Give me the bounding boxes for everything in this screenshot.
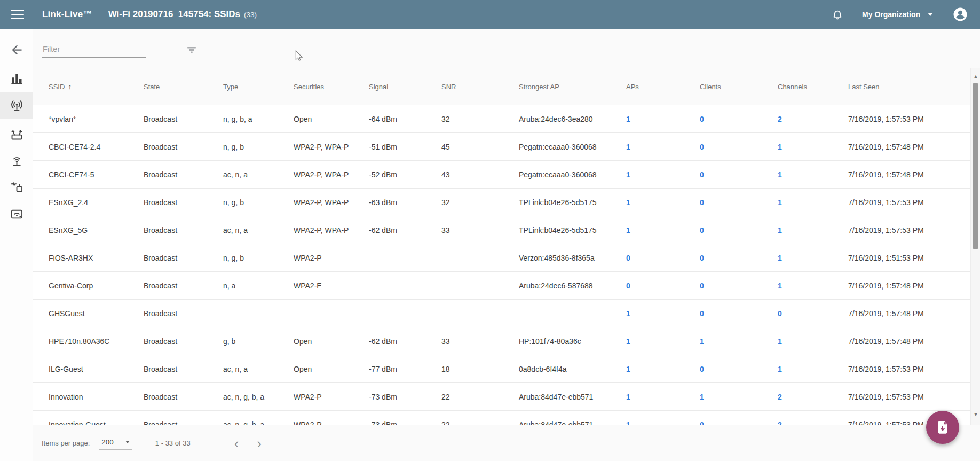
export-report-fab[interactable] <box>926 411 959 444</box>
scroll-up-icon[interactable]: ▲ <box>971 72 980 81</box>
cell-aps-link[interactable]: 1 <box>626 198 700 207</box>
cell-channels-link[interactable]: 1 <box>778 254 848 262</box>
cell-ssid: Innovation <box>49 393 144 401</box>
cell-aps-link[interactable]: 1 <box>626 393 700 401</box>
cell-channels-link[interactable]: 2 <box>778 115 848 123</box>
cell-aps-link[interactable]: 0 <box>626 282 700 290</box>
cell-channels-link[interactable]: 1 <box>778 143 848 151</box>
cell-aps-link[interactable]: 1 <box>626 337 700 346</box>
table-row[interactable]: HPE710n.80A36C Broadcast g, b Open -62 d… <box>33 327 970 355</box>
column-header-last-seen[interactable]: Last Seen <box>848 83 970 91</box>
next-page-button[interactable]: › <box>251 436 267 450</box>
bar-chart-icon <box>10 72 24 86</box>
cell-type: n, g, b <box>223 143 294 151</box>
cell-channels-link[interactable]: 1 <box>778 282 848 290</box>
cell-clients-link[interactable]: 1 <box>700 337 778 346</box>
cell-clients-link[interactable]: 0 <box>700 420 778 425</box>
nav-interference[interactable] <box>0 174 33 200</box>
cell-snr: 32 <box>441 115 519 123</box>
scrollbar-thumb[interactable] <box>973 83 978 249</box>
cell-signal: -63 dBm <box>369 198 441 207</box>
cell-aps-link[interactable]: 1 <box>626 420 700 425</box>
cell-signal: -51 dBm <box>369 143 441 151</box>
cell-channels-link[interactable]: 1 <box>778 365 848 373</box>
cell-clients-link[interactable]: 0 <box>700 254 778 262</box>
column-header-channels[interactable]: Channels <box>778 83 848 91</box>
table-row[interactable]: CBCI-CE74-5 Broadcast ac, n, a WPA2-P, W… <box>33 161 970 189</box>
table-row[interactable]: ILG-Guest Broadcast ac, n, a Open -77 dB… <box>33 355 970 383</box>
account-avatar-icon[interactable] <box>952 6 968 22</box>
cell-channels-link[interactable]: 1 <box>778 226 848 235</box>
cell-ssid: CBCI-CE74-5 <box>49 170 144 179</box>
menu-icon[interactable] <box>11 10 24 19</box>
cell-channels-link[interactable]: 2 <box>778 393 848 401</box>
previous-page-button[interactable]: ‹ <box>229 436 244 450</box>
cell-clients-link[interactable]: 0 <box>700 282 778 290</box>
filter-list-icon[interactable] <box>186 44 197 56</box>
table-row[interactable]: GHSGuest Broadcast 1 0 0 7/16/2019, 1:57… <box>33 300 970 327</box>
vertical-scrollbar[interactable]: ▲ ▼ <box>970 68 980 425</box>
brand-logo[interactable]: Link-Live™ <box>42 9 92 20</box>
cell-channels-link[interactable]: 1 <box>778 170 848 179</box>
nav-access-points[interactable] <box>0 121 33 147</box>
column-header-ssid[interactable]: SSID↑ <box>49 82 144 91</box>
nav-back-button[interactable] <box>0 36 33 63</box>
page-range-label: 1 - 33 of 33 <box>155 439 191 447</box>
cell-channels-link[interactable]: 2 <box>778 420 848 425</box>
nav-clients[interactable] <box>0 200 33 227</box>
rogue-ap-icon <box>10 180 24 194</box>
cell-securities: Open <box>294 365 369 373</box>
notifications-bell-icon[interactable] <box>831 8 844 21</box>
table-row[interactable]: CBCI-CE74-2.4 Broadcast n, g, b WPA2-P, … <box>33 133 970 161</box>
table-row[interactable]: Innovation-Guest Broadcast ac, n, g, b, … <box>33 411 970 425</box>
table-row[interactable]: ESnXG_5G Broadcast ac, n, a WPA2-P, WPA-… <box>33 216 970 244</box>
column-header-snr[interactable]: SNR <box>441 83 519 91</box>
cell-channels-link[interactable]: 0 <box>778 309 848 318</box>
cell-last-seen: 7/16/2019, 1:57:53 PM <box>848 115 970 123</box>
cell-clients-link[interactable]: 0 <box>700 365 778 373</box>
nav-channels[interactable] <box>0 147 33 174</box>
cell-aps-link[interactable]: 1 <box>626 309 700 318</box>
cell-channels-link[interactable]: 1 <box>778 337 848 346</box>
cell-aps-link[interactable]: 1 <box>626 115 700 123</box>
column-header-state[interactable]: State <box>144 83 223 91</box>
table-row[interactable]: FiOS-AR3HX Broadcast n, g, b WPA2-P Verz… <box>33 244 970 272</box>
column-header-signal[interactable]: Signal <box>369 83 441 91</box>
cell-type: n, g, b <box>223 198 294 207</box>
cell-aps-link[interactable]: 1 <box>626 226 700 235</box>
cell-clients-link[interactable]: 0 <box>700 115 778 123</box>
column-header-aps[interactable]: APs <box>626 83 700 91</box>
nav-summary[interactable] <box>0 65 33 92</box>
cell-aps-link[interactable]: 1 <box>626 143 700 151</box>
column-header-strongest-ap[interactable]: Strongest AP <box>519 83 626 91</box>
nav-ssids[interactable] <box>0 92 33 119</box>
cell-aps-link[interactable]: 0 <box>626 254 700 262</box>
scroll-down-icon[interactable]: ▼ <box>971 410 980 419</box>
cell-type: n, a <box>223 282 294 290</box>
cell-aps-link[interactable]: 1 <box>626 365 700 373</box>
column-header-clients[interactable]: Clients <box>700 83 778 91</box>
cell-clients-link[interactable]: 0 <box>700 226 778 235</box>
table-row[interactable]: Gentiva-Corp Broadcast n, a WPA2-E Aruba… <box>33 272 970 300</box>
organization-menu[interactable]: My Organization <box>862 10 933 19</box>
cell-channels-link[interactable]: 1 <box>778 198 848 207</box>
cell-last-seen: 7/16/2019, 1:57:53 PM <box>848 198 970 207</box>
file-download-icon <box>935 420 950 435</box>
cell-clients-link[interactable]: 0 <box>700 143 778 151</box>
table-row[interactable]: Innovation Broadcast ac, n, g, b, a WPA2… <box>33 383 970 411</box>
cell-clients-link[interactable]: 0 <box>700 309 778 318</box>
table-row[interactable]: *vpvlan* Broadcast n, g, b, a Open -64 d… <box>33 105 970 133</box>
column-header-securities[interactable]: Securities <box>294 83 369 91</box>
cell-snr: 45 <box>441 143 519 151</box>
cell-strongest-ap: TPLink:b04e26-5d5175 <box>519 198 626 207</box>
items-per-page-select[interactable]: 200 <box>99 437 132 450</box>
cell-clients-link[interactable]: 0 <box>700 170 778 179</box>
cell-state: Broadcast <box>144 420 223 425</box>
cell-ssid: GHSGuest <box>49 309 144 318</box>
column-header-type[interactable]: Type <box>223 83 294 91</box>
cell-clients-link[interactable]: 1 <box>700 393 778 401</box>
cell-clients-link[interactable]: 0 <box>700 198 778 207</box>
filter-input[interactable] <box>42 43 146 58</box>
table-row[interactable]: ESnXG_2.4 Broadcast n, g, b WPA2-P, WPA-… <box>33 189 970 216</box>
cell-aps-link[interactable]: 1 <box>626 170 700 179</box>
